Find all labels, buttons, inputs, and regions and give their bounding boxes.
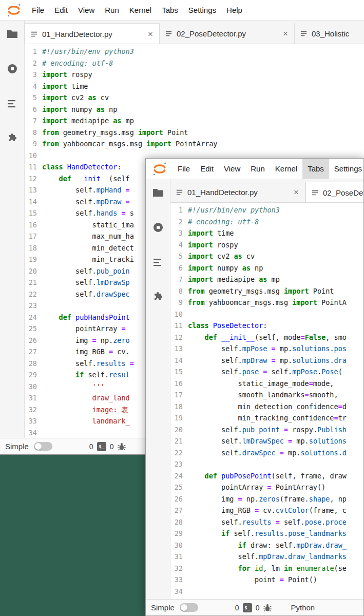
code-text[interactable]: if self.results.pose_landmarks: [188, 528, 347, 540]
menu-item-run[interactable]: Run: [245, 159, 270, 179]
code-text[interactable]: min_tracki: [42, 254, 134, 265]
code-text[interactable]: self.results = self.pose.proce: [188, 516, 347, 528]
code-text[interactable]: min_tracking_confidence=tr: [188, 412, 347, 424]
code-text[interactable]: static_ima: [42, 219, 134, 231]
code-editor[interactable]: 1#!/usr/bin/env python32# encoding: utf-…: [170, 203, 363, 599]
menu-item-edit[interactable]: Edit: [195, 159, 219, 179]
code-text[interactable]: self.lmDrawSpec = mp.solutions: [188, 435, 347, 447]
code-text[interactable]: if self.resul: [42, 369, 130, 381]
code-text[interactable]: draw_land: [42, 392, 130, 404]
running-sessions-icon[interactable]: [6, 63, 18, 75]
code-text[interactable]: def pubPosePoint(self, frame, draw: [188, 470, 347, 482]
code-text[interactable]: img_RGB = cv.: [42, 346, 130, 358]
running-sessions-icon[interactable]: [152, 221, 164, 234]
code-text[interactable]: smooth_landmarks=smooth,: [188, 389, 338, 401]
simple-mode-toggle[interactable]: [180, 603, 198, 612]
code-text[interactable]: self.mpDraw = mp.solutions.dra: [188, 355, 347, 367]
tab-02_PoseDetector.py[interactable]: 02_PoseDetector.py×: [160, 23, 295, 44]
table-of-contents-icon[interactable]: [6, 98, 18, 110]
code-text[interactable]: self.drawSpec = mp.solutions.d: [188, 447, 347, 459]
code-text[interactable]: from geometry_msgs.msg import Point: [42, 127, 188, 139]
table-of-contents-icon[interactable]: [152, 256, 164, 268]
kernel-status-label[interactable]: Python: [291, 603, 315, 612]
code-text[interactable]: #!/usr/bin/env python3: [188, 204, 280, 216]
code-text[interactable]: self.drawSpec: [42, 288, 130, 300]
code-text[interactable]: import time: [42, 81, 88, 92]
code-text[interactable]: image: 表: [42, 404, 128, 416]
bug-icon[interactable]: [263, 603, 272, 612]
code-text[interactable]: from geometry_msgs.msg import Point: [188, 285, 334, 297]
code-text[interactable]: import numpy as np: [188, 262, 263, 274]
code-text[interactable]: def __init__(self, mode=False, smo: [188, 332, 347, 343]
code-text[interactable]: import mediapipe as mp: [188, 274, 280, 285]
menu-item-settings[interactable]: Settings: [329, 159, 363, 179]
code-text[interactable]: #!/usr/bin/env python3: [42, 46, 134, 57]
tab-close-icon[interactable]: ×: [293, 188, 300, 197]
menu-item-tabs[interactable]: Tabs: [302, 159, 329, 179]
code-text[interactable]: img = np.zeros(frame.shape, np: [188, 493, 347, 505]
code-text[interactable]: landmark_: [42, 415, 130, 427]
code-text[interactable]: import rospy: [188, 239, 238, 251]
code-text[interactable]: self.pose = self.mpPose.Pose(: [188, 366, 342, 378]
code-text[interactable]: if draw: self.mpDraw.draw_: [188, 540, 347, 551]
tab-03_Holistic[interactable]: 03_Holistic×: [295, 23, 364, 44]
tab-close-icon[interactable]: ×: [147, 30, 154, 38]
code-text[interactable]: import mediapipe as mp: [42, 115, 134, 127]
code-text[interactable]: self.lmDrawSp: [42, 277, 130, 288]
tab-02_PoseDetector.py[interactable]: 02_PoseDetector.py×: [305, 182, 363, 203]
menu-item-file[interactable]: File: [27, 0, 49, 21]
code-text[interactable]: # encoding: utf-8: [42, 57, 113, 69]
code-text[interactable]: self.mpPose = mp.solutions.pos: [188, 343, 347, 355]
menu-item-run[interactable]: Run: [100, 0, 124, 21]
bug-icon[interactable]: [117, 442, 126, 451]
file-browser-icon[interactable]: [152, 186, 164, 199]
code-text[interactable]: min_detection_confidence=d: [188, 401, 347, 413]
tab-01_HandDetector.py[interactable]: 01_HandDetector.py×: [170, 182, 305, 202]
code-text[interactable]: self.pub_point = rospy.Publish: [188, 424, 347, 436]
simple-mode-toggle[interactable]: [34, 442, 52, 451]
code-text[interactable]: import cv2 as cv: [188, 251, 255, 262]
menu-item-view[interactable]: View: [73, 0, 100, 21]
menu-item-settings[interactable]: Settings: [183, 0, 221, 21]
code-text[interactable]: import rospy: [42, 69, 92, 81]
code-text[interactable]: from yahboomcar_msgs.msg import PointArr…: [42, 138, 217, 150]
code-text[interactable]: img = np.zero: [42, 335, 130, 346]
code-text[interactable]: def __init__(self: [42, 173, 130, 185]
menu-item-edit[interactable]: Edit: [49, 0, 73, 21]
code-text[interactable]: class HandDetector:: [42, 161, 121, 173]
code-text[interactable]: self.mpHand =: [42, 184, 134, 196]
code-text[interactable]: self.mpDraw =: [42, 196, 134, 208]
code-text[interactable]: self.hands = s: [42, 207, 134, 219]
code-text[interactable]: class PoseDetector:: [188, 320, 267, 332]
code-text[interactable]: self.results =: [42, 358, 134, 370]
code-text[interactable]: max_num_ha: [42, 230, 134, 242]
tab-close-icon[interactable]: ×: [282, 29, 289, 38]
code-text[interactable]: pointArray =: [42, 323, 130, 335]
menu-item-view[interactable]: View: [219, 159, 245, 179]
code-text[interactable]: img_RGB = cv.cvtColor(frame, c: [188, 505, 347, 516]
code-text[interactable]: for id, lm in enumerate(se: [188, 563, 347, 574]
code-text[interactable]: from yahboomcar_msgs.msg import PointA: [188, 297, 347, 309]
menu-item-file[interactable]: File: [173, 159, 195, 179]
terminal-icon[interactable]: $_: [243, 603, 252, 612]
file-browser-icon[interactable]: [6, 28, 18, 40]
code-text[interactable]: ''': [42, 381, 105, 393]
menu-item-help[interactable]: Help: [221, 0, 247, 21]
code-text[interactable]: point = Point(): [188, 574, 317, 586]
terminal-icon[interactable]: $_: [97, 442, 106, 451]
code-text[interactable]: import cv2 as cv: [42, 92, 109, 104]
tab-01_HandDetector.py[interactable]: 01_HandDetector.py×: [25, 23, 160, 44]
extension-manager-icon[interactable]: [152, 291, 164, 303]
code-text[interactable]: static_image_mode=mode,: [188, 378, 334, 390]
extension-manager-icon[interactable]: [6, 132, 18, 145]
code-text[interactable]: # encoding: utf-8: [188, 216, 259, 228]
code-text[interactable]: pointArray = PointArray(): [188, 482, 325, 493]
menu-item-tabs[interactable]: Tabs: [157, 0, 183, 21]
code-text[interactable]: min_detect: [42, 242, 134, 254]
code-text[interactable]: self.mpDraw.draw_landmarks: [188, 551, 347, 563]
code-text[interactable]: self.pub_poin: [42, 265, 130, 277]
code-text[interactable]: import time: [188, 227, 234, 239]
menu-item-kernel[interactable]: Kernel: [270, 159, 302, 179]
menu-item-kernel[interactable]: Kernel: [124, 0, 157, 21]
code-text[interactable]: import numpy as np: [42, 104, 117, 116]
